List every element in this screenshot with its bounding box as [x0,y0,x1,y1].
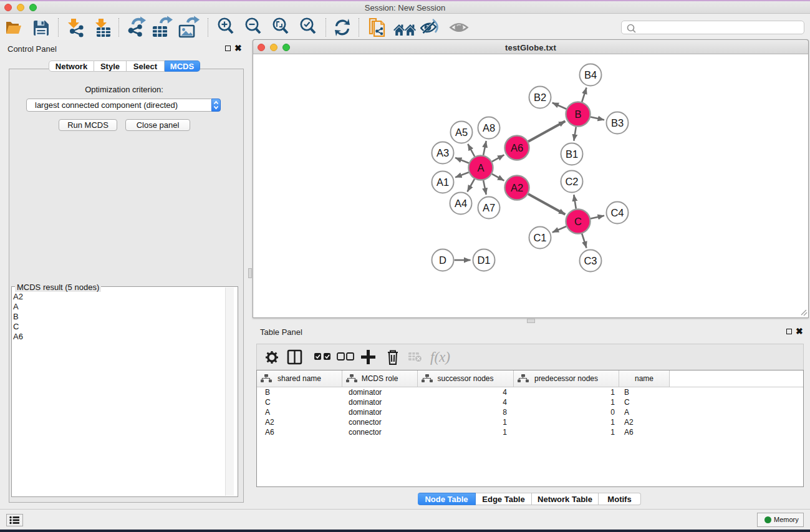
svg-text:A8: A8 [483,122,495,133]
svg-text:A5: A5 [455,127,468,138]
svg-text:C: C [574,216,582,227]
svg-text:A7: A7 [483,202,495,213]
svg-text:C4: C4 [610,207,624,218]
svg-text:A1: A1 [436,177,449,188]
svg-text:A2: A2 [511,182,523,193]
svg-text:A: A [477,162,484,173]
svg-text:D: D [439,254,446,266]
svg-text:A3: A3 [436,147,449,158]
svg-text:f(x): f(x) [430,349,450,365]
svg-text:B: B [574,109,581,120]
svg-text:A4: A4 [455,198,467,209]
svg-text:A6: A6 [511,142,523,153]
svg-text:C2: C2 [565,176,578,187]
svg-text:C1: C1 [533,232,546,243]
svg-text:D1: D1 [477,254,490,266]
svg-text:C3: C3 [584,255,597,266]
svg-text:B1: B1 [566,148,578,160]
svg-text:B3: B3 [611,117,624,128]
svg-text:B4: B4 [584,69,597,80]
svg-text:B2: B2 [534,92,546,103]
